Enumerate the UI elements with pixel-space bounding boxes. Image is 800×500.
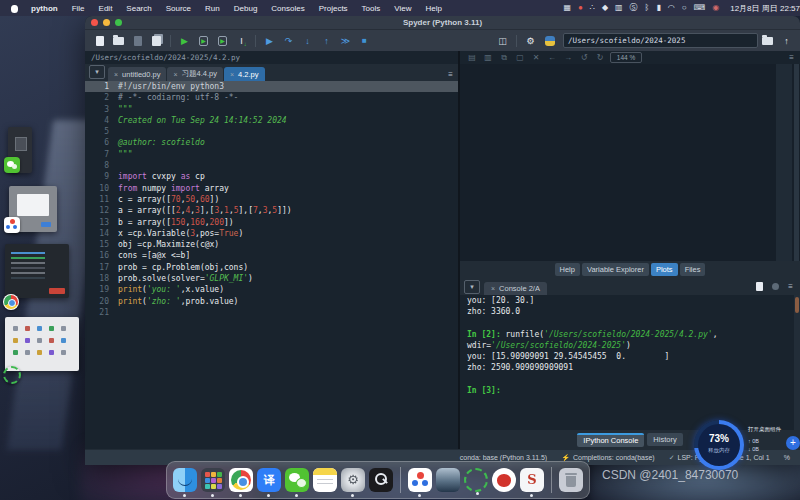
menu-item-consoles[interactable]: Consoles [271,4,304,13]
python-env-icon[interactable] [541,33,558,49]
menu-item-projects[interactable]: Projects [319,4,348,13]
pane-tab-plots[interactable]: Plots [651,263,678,276]
dock-icon-chrome[interactable] [229,468,253,492]
breadcrumb[interactable]: /Users/scofieldo/2024-2025/4.2.py [85,51,458,62]
console-bottom-tab-ipython-console[interactable]: IPython Console [577,433,644,447]
memory-action-label[interactable]: 释放内存 [694,447,744,454]
run-icon[interactable]: ▶ [176,33,193,49]
dock-icon-network[interactable] [408,468,432,492]
maximize-pane-icon[interactable]: ◫ [494,33,511,49]
new-file-icon[interactable] [91,33,108,49]
ipython-console[interactable]: you: [20. 30.]zho: 3360.0In [2]: runfile… [460,295,800,430]
next-plot-icon[interactable]: → [560,53,576,63]
dock-icon-finder[interactable] [173,468,197,492]
wifi-icon[interactable]: ◠ [668,0,675,16]
record-icon[interactable]: ● [578,0,583,16]
menu-clock[interactable]: 12月8日 周日 22:57 [730,3,800,14]
code-editor[interactable]: 1#!/usr/bin/env python32# -*- codiarng: … [85,81,458,449]
window-titlebar[interactable]: Spyder (Python 3.11) [85,16,800,30]
run-cell-icon[interactable]: ▶ [195,33,212,49]
editor-tab-untitled0.py[interactable]: ×untitled0.py [108,67,166,81]
editor-tab-4.2.py[interactable]: ×4.2.py [224,67,265,81]
open-file-icon[interactable] [110,33,127,49]
memory-gauge[interactable] [694,420,744,470]
step-into-icon[interactable]: ↓ [299,33,316,49]
save-all-plots-icon[interactable]: ▥ [480,53,496,63]
plots-options-icon[interactable]: ≡ [789,53,794,62]
editor-tab-习题4.4.py[interactable]: ×习题4.4.py [167,67,223,81]
pane-tab-variable-explorer[interactable]: Variable Explorer [582,263,649,276]
menu-item-debug[interactable]: Debug [234,4,258,13]
step-out-icon[interactable]: ↑ [318,33,335,49]
green-ring-badge-icon[interactable] [3,366,21,384]
add-widget-button[interactable]: + [786,436,800,450]
menu-item-search[interactable]: Search [126,4,151,13]
save-icon[interactable] [129,33,146,49]
menu-item-file[interactable]: File [72,4,85,13]
interrupt-kernel-icon[interactable] [772,283,779,290]
dock-icon-notes[interactable] [313,468,337,492]
close-tab-icon[interactable]: × [230,71,234,78]
console-tab[interactable]: ×Console 2/A [484,282,547,295]
inspect-icon[interactable] [756,282,763,291]
preferences-icon[interactable]: ⚙ [522,33,539,49]
pane-tab-files[interactable]: Files [680,263,706,276]
console-scrollbar[interactable] [794,295,800,430]
minimized-window-grid[interactable] [5,317,79,371]
dock-icon-translate[interactable]: 译 [257,468,281,492]
bluetooth-icon[interactable]: ᛒ [645,0,650,16]
keyboard-icon[interactable]: ⌨ [694,0,706,16]
chrome-badge-icon[interactable] [3,294,19,310]
browse-tabs-icon[interactable]: ▾ [89,65,105,79]
menu-item-view[interactable]: View [394,4,411,13]
parent-directory-icon[interactable]: ↑ [778,33,795,49]
search-icon[interactable]: ○ [682,0,687,16]
minimized-window-ide[interactable] [5,244,69,298]
plots-scrollbar[interactable] [794,64,799,261]
menu-item-source[interactable]: Source [166,4,191,13]
console-options-icon[interactable]: ≡ [788,282,793,291]
dock-icon-launchpad[interactable] [201,468,225,492]
grid-icon[interactable]: ▥ [615,0,623,16]
close-tab-icon[interactable]: × [114,71,118,78]
zoom-in-icon[interactable]: ↺ [576,53,592,63]
shapes-icon[interactable]: ∴ [590,0,595,16]
dock-icon-keychain[interactable] [369,468,393,492]
console-browse-tabs-icon[interactable]: ▾ [464,280,480,294]
switch-icon[interactable]: Ⓢ [630,0,638,16]
copy-plot-icon[interactable]: ⧉ [496,53,512,63]
close-icon[interactable]: × [491,285,495,292]
dock-icon-wechat[interactable] [285,468,309,492]
wechat-badge-icon[interactable] [4,157,20,173]
menu-app-name[interactable]: python [31,4,58,13]
stop-debugging-icon[interactable]: ■ [356,33,373,49]
pointer-icon[interactable]: ◆ [602,0,608,16]
network-app-badge-icon[interactable] [4,217,20,233]
dock-icon-runcat[interactable] [464,468,488,492]
menu-item-help[interactable]: Help [426,4,442,13]
console-bottom-tab-history[interactable]: History [647,433,682,446]
remove-all-plots-icon[interactable]: ✕ [528,53,544,63]
editor-options-icon[interactable]: ≡ [448,70,453,79]
previous-plot-icon[interactable]: ← [544,53,560,63]
apple-menu-icon[interactable] [10,4,19,13]
save-plot-icon[interactable]: ▤ [464,53,480,63]
remove-plot-icon[interactable]: ▢ [512,53,528,63]
working-directory-input[interactable]: /Users/scofieldo/2024-2025 [563,33,758,48]
save-all-icon[interactable] [148,33,165,49]
close-tab-icon[interactable]: × [173,71,177,78]
tint-icon[interactable]: ◉ [712,0,719,16]
dock-icon-apple[interactable] [492,468,516,492]
browse-directory-icon[interactable] [759,33,776,49]
continue-execution-icon[interactable]: ≫ [337,33,354,49]
debug-file-icon[interactable]: ▶ [261,33,278,49]
run-cell-advance-icon[interactable]: ▶ [214,33,231,49]
plots-zoom-level[interactable]: 144 % [610,52,642,63]
dock-icon-spyder[interactable]: S [520,468,544,492]
battery-icon[interactable]: ▮ [656,0,660,16]
dock-icon-settings[interactable]: ⚙ [341,468,365,492]
tiles-icon[interactable]: ▦ [563,0,571,16]
zoom-out-icon[interactable]: ↻ [592,53,608,63]
menu-item-tools[interactable]: Tools [362,4,381,13]
menu-item-edit[interactable]: Edit [99,4,113,13]
